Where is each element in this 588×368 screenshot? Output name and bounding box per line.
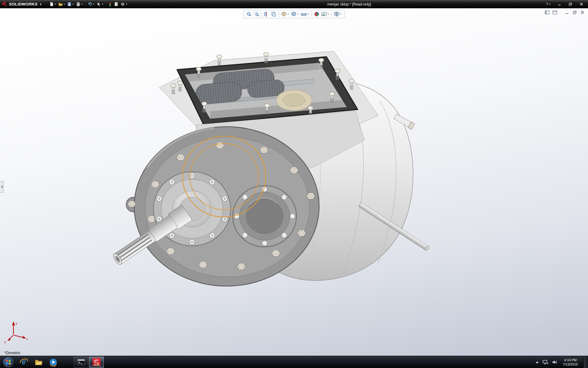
- edit-appearance-button[interactable]: [313, 11, 320, 17]
- help-dropdown[interactable]: [549, 4, 551, 5]
- new-document-dropdown[interactable]: [55, 4, 56, 5]
- internet-explorer-icon: e: [20, 358, 28, 366]
- doc-minimize-button[interactable]: [564, 10, 570, 15]
- select-button[interactable]: [96, 1, 104, 8]
- triad-z-label: z: [4, 340, 6, 344]
- output-bearing-boss[interactable]: [233, 186, 296, 247]
- toolbar-separator: [85, 2, 85, 7]
- appearance-sphere-icon: [314, 11, 319, 17]
- zoom-to-fit-icon: [246, 11, 252, 17]
- app-name: SOLIDWORKS: [9, 2, 38, 6]
- menu-expand-icon[interactable]: [40, 3, 42, 6]
- restore-button[interactable]: [567, 1, 573, 7]
- display-style-icon: [291, 11, 296, 17]
- section-view-button[interactable]: [263, 11, 270, 17]
- window-pane-icon: [552, 10, 557, 14]
- model-viewport-canvas[interactable]: y x z: [0, 8, 588, 356]
- select-window-button[interactable]: [552, 10, 557, 15]
- graphics-area[interactable]: y x z *Dimetric: [0, 8, 588, 356]
- print-button[interactable]: [75, 1, 84, 8]
- taskbar-clock[interactable]: 4:16 PM 7/13/2015: [561, 358, 580, 366]
- save-button[interactable]: [66, 1, 75, 8]
- taskbar-media-player[interactable]: [46, 356, 61, 368]
- toolbar-separator: [279, 11, 279, 17]
- collapsed-panel-tab[interactable]: [0, 181, 4, 193]
- hide-show-items-button[interactable]: [300, 11, 310, 17]
- undo-button[interactable]: [87, 1, 96, 8]
- view-orientation-button[interactable]: [281, 11, 290, 17]
- options-dropdown[interactable]: [126, 4, 127, 5]
- zoom-to-fit-button[interactable]: [246, 11, 252, 17]
- window-title: menjac sklop * [Read-only]: [327, 0, 371, 8]
- toolbar-separator: [106, 2, 106, 7]
- rebuild-button[interactable]: [107, 1, 113, 8]
- solidworks-version-badge: 2015: [92, 364, 101, 366]
- open-dropdown[interactable]: [63, 4, 65, 5]
- file-properties-icon: [114, 2, 119, 6]
- show-hidden-icons-button[interactable]: [535, 361, 539, 364]
- close-button[interactable]: [578, 1, 584, 7]
- windows-start-orb-icon: [3, 357, 14, 368]
- apply-scene-icon: [321, 11, 327, 17]
- options-button[interactable]: [119, 1, 128, 8]
- doc-minimize-icon: [565, 10, 569, 14]
- view-orientation-label: *Dimetric: [4, 351, 21, 355]
- show-feature-manager-button[interactable]: [544, 10, 550, 15]
- dassault-logo-icon: [2, 2, 7, 7]
- feature-manager-pane-icon: [545, 10, 549, 14]
- triad-y-label: y: [16, 322, 17, 325]
- new-document-button[interactable]: [48, 1, 57, 8]
- network-tray-icon[interactable]: [542, 359, 548, 365]
- triad-x-label: x: [26, 337, 28, 341]
- section-view-icon: [264, 11, 269, 17]
- show-desktop-button[interactable]: [583, 356, 588, 368]
- reference-triad: y x z: [4, 321, 28, 344]
- heads-up-view-toolbar: [243, 10, 345, 18]
- expand-panel-icon: [1, 186, 2, 188]
- open-button[interactable]: [57, 1, 66, 8]
- restore-icon: [569, 2, 572, 6]
- volume-tray-icon[interactable]: [552, 360, 557, 365]
- hide-show-dropdown[interactable]: [307, 13, 309, 15]
- media-player-icon: [49, 358, 58, 366]
- hide-show-glasses-icon: [301, 11, 307, 17]
- window-controls: ?: [545, 1, 588, 7]
- doc-close-icon: [580, 10, 584, 14]
- apply-scene-dropdown[interactable]: [327, 13, 329, 15]
- annotation-views-icon: [271, 11, 277, 17]
- solidworks-window: SOLIDWORKS: [0, 0, 588, 368]
- apply-scene-button[interactable]: [321, 11, 330, 17]
- help-button[interactable]: ?: [545, 1, 551, 7]
- taskbar-command-prompt[interactable]: [74, 357, 89, 368]
- toolbar-separator: [311, 11, 312, 17]
- view-orientation-dropdown[interactable]: [287, 13, 289, 15]
- zoom-to-area-button[interactable]: [253, 11, 260, 17]
- document-window-controls: [544, 10, 585, 15]
- taskbar-windows-explorer[interactable]: [31, 356, 46, 368]
- print-dropdown[interactable]: [81, 4, 83, 5]
- view-settings-dropdown[interactable]: [340, 13, 342, 15]
- select-dropdown[interactable]: [102, 4, 104, 5]
- doc-close-button[interactable]: [579, 10, 585, 15]
- display-style-button[interactable]: [290, 11, 300, 17]
- speaker-icon: [552, 360, 557, 365]
- clock-time: 4:16 PM: [564, 358, 577, 362]
- taskbar-solidworks-2015[interactable]: 2015: [89, 357, 104, 368]
- save-dropdown[interactable]: [72, 4, 74, 5]
- dynamic-annotation-views-button[interactable]: [270, 11, 277, 17]
- view-settings-icon: [334, 11, 339, 17]
- doc-restore-icon: [573, 10, 577, 14]
- undo-dropdown[interactable]: [93, 4, 95, 5]
- up-chevron-icon: [535, 361, 539, 364]
- file-properties-button[interactable]: [113, 1, 119, 8]
- folder-icon: [34, 358, 43, 366]
- doc-restore-button[interactable]: [572, 10, 577, 15]
- taskbar-internet-explorer[interactable]: e: [17, 356, 31, 368]
- taskbar: e: [0, 356, 588, 368]
- display-style-dropdown[interactable]: [297, 13, 299, 15]
- zoom-to-area-icon: [254, 11, 259, 17]
- minimize-button[interactable]: [556, 1, 562, 7]
- view-settings-button[interactable]: [333, 11, 342, 17]
- new-document-icon: [49, 2, 54, 6]
- start-button[interactable]: [0, 356, 17, 368]
